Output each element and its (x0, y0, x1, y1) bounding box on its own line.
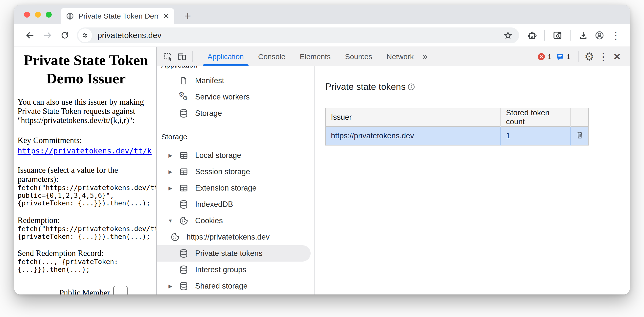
sidebar-item-label: Storage (195, 109, 222, 118)
web-page: Private State Token Demo Issuer You can … (14, 47, 156, 294)
sidebar-item-interest-groups[interactable]: Interest groups (157, 261, 314, 278)
sidebar-item-label: Service workers (195, 93, 250, 102)
sidebar-item-service-workers[interactable]: ⚙⚙Service workers (157, 89, 314, 105)
issuer-cell[interactable]: https://privatetokens.dev (326, 126, 500, 145)
redemption-code: fetch("https://privatetokens.dev/tt/ {pr… (18, 225, 156, 240)
page-title: Private State Token Demo Issuer (18, 51, 156, 88)
send-rr-code: fetch(..., {privateToken: {...}}).then(.… (18, 258, 156, 273)
sidebar-item-manifest[interactable]: Manifest (157, 73, 314, 89)
devtools-tab-console[interactable]: Console (251, 47, 292, 66)
database-icon (178, 264, 189, 275)
browser-toolbar: privatetokens.dev (14, 24, 630, 47)
error-badge[interactable]: 1 (537, 53, 552, 61)
sidebar-section-storage: Storage (157, 131, 314, 142)
tokens-table: IssuerStored token count https://private… (325, 108, 589, 146)
error-count: 1 (548, 53, 552, 61)
devtools-toolbar: ApplicationConsoleElementsSourcesNetwork… (157, 47, 630, 66)
window-controls (24, 5, 52, 24)
back-icon[interactable] (22, 28, 38, 43)
tab-title: Private State Token Demo (78, 12, 159, 20)
database-icon (178, 199, 189, 210)
disclosure-right-icon[interactable]: ▶ (166, 169, 174, 175)
new-tab-button[interactable]: + (180, 9, 195, 23)
trash-icon[interactable] (575, 130, 584, 140)
sidebar-item-shared-storage[interactable]: ▶Shared storage (157, 278, 314, 294)
profile-icon[interactable] (592, 28, 607, 43)
disclosure-right-icon[interactable]: ▶ (166, 185, 174, 191)
disclosure-down-icon[interactable]: ▼ (166, 218, 174, 224)
devtools-tab-elements[interactable]: Elements (292, 47, 338, 66)
disclosure-right-icon[interactable]: ▶ (166, 152, 174, 158)
public-member-input[interactable] (113, 286, 128, 294)
sidebar-item-cookies[interactable]: ▼Cookies (157, 213, 314, 229)
delete-tokens-cell[interactable] (570, 126, 588, 145)
more-tabs-icon[interactable]: » (422, 51, 428, 62)
url-text[interactable]: privatetokens.dev (98, 31, 501, 40)
sidebar-item-private-state-tokens[interactable]: Private state tokens (157, 245, 310, 261)
sidebar-item-label: Shared storage (195, 282, 248, 290)
sidebar-item-label: Cookies (195, 216, 223, 225)
sidebar-item-label: Session storage (195, 167, 250, 176)
public-member-row: Public Member (59, 288, 128, 294)
sidebar-item-label: IndexedDB (195, 200, 233, 209)
devtools-main-panel: Private state tokens IssuerStored token … (314, 66, 630, 294)
devtools-tab-network[interactable]: Network (380, 47, 421, 66)
settings-gear-icon[interactable]: ⚙ (582, 50, 596, 64)
database-icon (178, 108, 189, 119)
sidebar-item-label: Interest groups (195, 265, 246, 274)
close-window-button[interactable] (24, 12, 30, 18)
message-badge[interactable]: 1 (556, 53, 570, 61)
devtools-tab-sources[interactable]: Sources (338, 47, 380, 66)
toolbar-divider (570, 30, 570, 41)
tab-close-icon[interactable]: ✕ (163, 11, 170, 21)
site-settings-icon[interactable] (78, 29, 92, 42)
sidebar-item-extension-storage[interactable]: ▶Extension storage (157, 180, 314, 196)
device-toolbar-icon[interactable] (175, 50, 189, 64)
application-sidebar: ApplicationManifest⚙⚙Service workersStor… (157, 66, 314, 294)
key-commitments-label: Key Commitments: (18, 136, 156, 145)
address-bar[interactable]: privatetokens.dev (77, 28, 519, 43)
table-row[interactable]: https://privatetokens.dev1 (326, 126, 588, 145)
send-rr-label: Send Redemption Record: (18, 249, 156, 258)
devtools-panel: ApplicationConsoleElementsSourcesNetwork… (156, 47, 630, 294)
sidebar-item-local-storage[interactable]: ▶Local storage (157, 147, 314, 164)
cookie-icon (170, 232, 180, 242)
download-icon[interactable] (576, 28, 590, 43)
sidebar-item-label: Manifest (195, 76, 224, 85)
sidebar-item-label: Local storage (195, 151, 241, 160)
forward-icon[interactable] (40, 28, 55, 43)
token-count-cell[interactable]: 1 (500, 126, 570, 145)
sidebar-item-https-privatetokens-dev[interactable]: https://privatetokens.dev (157, 229, 314, 245)
maximize-window-button[interactable] (46, 12, 52, 18)
minimize-window-button[interactable] (35, 12, 41, 18)
sidebar-item-storage[interactable]: Storage (157, 105, 314, 122)
page-intro-text: You can also use this issuer by making P… (18, 98, 156, 125)
toolbar-divider (544, 30, 545, 41)
info-icon[interactable] (407, 83, 416, 91)
reload-icon[interactable] (57, 28, 72, 43)
browser-tab[interactable]: Private State Token Demo ✕ (60, 8, 174, 24)
sidebar-item-indexeddb[interactable]: IndexedDB (157, 196, 314, 213)
bookmark-star-icon[interactable] (501, 28, 515, 43)
devtools-close-icon[interactable]: ✕ (610, 50, 624, 64)
table-icon (178, 183, 189, 193)
sidebar-item-label: https://privatetokens.dev (186, 233, 270, 241)
extensions-icon[interactable] (524, 28, 539, 43)
issuance-label: Issuance (select a value for the paramet… (18, 166, 156, 184)
devtools-menu-kebab-icon[interactable]: ⋮ (596, 50, 610, 64)
column-header-actions[interactable] (570, 108, 588, 126)
devtools-tab-application[interactable]: Application (200, 47, 251, 66)
key-commitments-link[interactable]: https://privatetokens.dev/tt/k (18, 147, 152, 155)
devtools-tabs: ApplicationConsoleElementsSourcesNetwork (200, 47, 421, 66)
column-header-stored-token-count[interactable]: Stored token count (500, 108, 570, 126)
cookie-icon (178, 215, 189, 226)
inspect-element-icon[interactable] (161, 50, 175, 64)
column-header-issuer[interactable]: Issuer (326, 108, 500, 126)
browser-menu-kebab-icon[interactable]: ⋮ (609, 28, 623, 43)
side-search-icon[interactable] (550, 28, 564, 43)
disclosure-right-icon[interactable]: ▶ (166, 283, 174, 289)
browser-window: Private State Token Demo ✕ + privatetoke… (14, 5, 630, 294)
sidebar-item-session-storage[interactable]: ▶Session storage (157, 164, 314, 180)
database-icon (178, 281, 189, 291)
devtools-divider (578, 51, 579, 62)
